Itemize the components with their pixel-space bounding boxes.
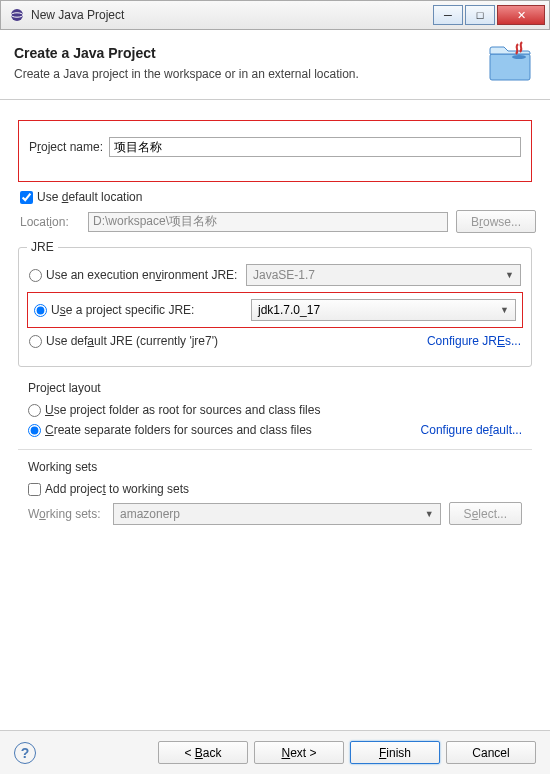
chevron-down-icon: ▼: [505, 270, 514, 280]
page-title: Create a Java Project: [14, 45, 476, 61]
exec-env-select: JavaSE-1.7▼: [246, 264, 521, 286]
exec-env-label: Use an execution environment JRE:: [46, 268, 246, 282]
specific-jre-radio[interactable]: [34, 304, 47, 317]
page-description: Create a Java project in the workspace o…: [14, 67, 476, 81]
working-sets-legend: Working sets: [28, 460, 522, 474]
chevron-down-icon: ▼: [425, 509, 434, 519]
add-to-working-sets-checkbox[interactable]: [28, 483, 41, 496]
specific-jre-highlight: Use a project specific JRE: jdk1.7.0_17▼: [27, 292, 523, 328]
exec-env-radio[interactable]: [29, 269, 42, 282]
project-name-highlight: Project name:: [18, 120, 532, 182]
project-name-label: Project name:: [29, 140, 103, 154]
working-sets-group: Working sets Add project to working sets…: [18, 460, 532, 525]
back-button[interactable]: < Back: [158, 741, 248, 764]
svg-point-0: [11, 9, 23, 21]
use-default-location-checkbox[interactable]: [20, 191, 33, 204]
svg-point-3: [512, 55, 526, 59]
use-project-folder-label: Use project folder as root for sources a…: [45, 403, 320, 417]
next-button[interactable]: Next >: [254, 741, 344, 764]
titlebar: New Java Project ─ □ ✕: [0, 0, 550, 30]
wizard-footer: ? < Back Next > Finish Cancel: [0, 730, 550, 774]
eclipse-icon: [9, 7, 25, 23]
finish-button[interactable]: Finish: [350, 741, 440, 764]
specific-jre-select[interactable]: jdk1.7.0_17▼: [251, 299, 516, 321]
add-to-working-sets-label: Add project to working sets: [45, 482, 189, 496]
configure-jres-link[interactable]: Configure JREs...: [427, 334, 521, 348]
wizard-content: Project name: Use default location Locat…: [0, 100, 550, 541]
project-layout-group: Project layout Use project folder as roo…: [18, 381, 532, 437]
default-jre-radio[interactable]: [29, 335, 42, 348]
project-name-input[interactable]: [109, 137, 521, 157]
close-button[interactable]: ✕: [497, 5, 545, 25]
jre-group: JRE Use an execution environment JRE: Ja…: [18, 247, 532, 367]
cancel-button[interactable]: Cancel: [446, 741, 536, 764]
select-working-sets-button: Select...: [449, 502, 522, 525]
location-label: Location:: [20, 215, 80, 229]
browse-button: Browse...: [456, 210, 536, 233]
default-jre-label: Use default JRE (currently 'jre7'): [46, 334, 427, 348]
wizard-header: Create a Java Project Create a Java proj…: [0, 30, 550, 100]
working-sets-label: Working sets:: [28, 507, 113, 521]
minimize-button[interactable]: ─: [433, 5, 463, 25]
folder-java-icon: [486, 40, 536, 85]
use-default-location-label: Use default location: [37, 190, 142, 204]
configure-default-link[interactable]: Configure default...: [421, 423, 522, 437]
maximize-button[interactable]: □: [465, 5, 495, 25]
create-separate-folders-radio[interactable]: [28, 424, 41, 437]
location-input: [88, 212, 448, 232]
chevron-down-icon: ▼: [500, 305, 509, 315]
help-button[interactable]: ?: [14, 742, 36, 764]
specific-jre-label: Use a project specific JRE:: [51, 303, 251, 317]
jre-legend: JRE: [27, 240, 58, 254]
project-layout-legend: Project layout: [28, 381, 522, 395]
working-sets-select: amazonerp▼: [113, 503, 441, 525]
use-project-folder-radio[interactable]: [28, 404, 41, 417]
create-separate-folders-label: Create separate folders for sources and …: [45, 423, 421, 437]
window-title: New Java Project: [31, 8, 431, 22]
